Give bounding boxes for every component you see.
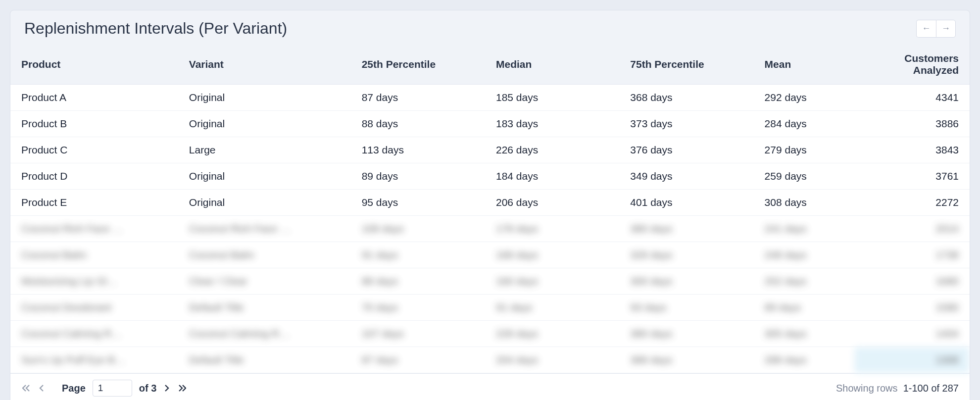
cell-customers: 1738 (854, 242, 970, 268)
cell-mean: 305 days (759, 321, 855, 347)
table-row[interactable]: Sun's Up Puff Eye B…Default Title87 days… (10, 347, 970, 373)
cell-p75: 93 days (624, 295, 758, 321)
cell-variant: Original (183, 85, 356, 111)
cell-mean: 288 days (759, 347, 855, 373)
cell-customers: 2014 (854, 216, 970, 242)
cell-product: Product C (10, 137, 183, 163)
cell-mean: 279 days (759, 137, 855, 163)
cell-product: Coconut Calming R… (10, 321, 183, 347)
cell-product: Product D (10, 163, 183, 190)
replenishment-table: Product Variant 25th Percentile Median 7… (10, 45, 970, 373)
first-page-button[interactable] (21, 384, 31, 393)
prev-page-button[interactable] (38, 384, 45, 393)
table-row[interactable]: Product DOriginal89 days184 days349 days… (10, 163, 970, 190)
cell-mean: 284 days (759, 111, 855, 137)
cell-mean: 259 days (759, 163, 855, 190)
table-row[interactable]: Product EOriginal95 days206 days401 days… (10, 190, 970, 216)
cell-p25: 107 days (356, 321, 490, 347)
col-header-variant[interactable]: Variant (183, 45, 356, 85)
col-header-p75[interactable]: 75th Percentile (624, 45, 758, 85)
of-label: of 3 (139, 383, 157, 394)
table-row[interactable]: Product BOriginal88 days183 days373 days… (10, 111, 970, 137)
cell-variant: Coconut Rich Face … (183, 216, 356, 242)
cell-product: Product A (10, 85, 183, 111)
table-row[interactable]: Coconut Rich Face …Coconut Rich Face …10… (10, 216, 970, 242)
cell-median: 183 days (490, 111, 624, 137)
cell-p25: 88 days (356, 111, 490, 137)
cell-customers: 3843 (854, 137, 970, 163)
cell-variant: Original (183, 163, 356, 190)
cell-customers: 3886 (854, 111, 970, 137)
cell-variant: Default Title (183, 347, 356, 373)
cell-variant: Original (183, 190, 356, 216)
page-input[interactable] (93, 380, 132, 397)
cell-median: 168 days (490, 242, 624, 268)
cell-p75: 388 days (624, 347, 758, 373)
cell-variant: Coconut Balm (183, 242, 356, 268)
table-row[interactable]: Coconut Calming R…Coconut Calming R…107 … (10, 321, 970, 347)
cell-median: 206 days (490, 190, 624, 216)
cell-p25: 95 days (356, 190, 490, 216)
cell-variant: Default Title (183, 295, 356, 321)
cell-variant: Original (183, 111, 356, 137)
cell-mean: 89 days (759, 295, 855, 321)
cell-median: 204 days (490, 347, 624, 373)
cell-product: Sun's Up Puff Eye B… (10, 347, 183, 373)
replenishment-panel: Replenishment Intervals (Per Variant) ← … (10, 10, 970, 400)
cell-p25: 87 days (356, 85, 490, 111)
table-row[interactable]: Product CLarge113 days226 days376 days27… (10, 137, 970, 163)
cell-mean: 241 days (759, 216, 855, 242)
cell-median: 226 days (490, 137, 624, 163)
col-header-product[interactable]: Product (10, 45, 183, 85)
chevron-double-left-icon (22, 385, 30, 392)
col-header-customers[interactable]: Customers Analyzed (854, 45, 970, 85)
cell-p25: 113 days (356, 137, 490, 163)
cell-product: Product E (10, 190, 183, 216)
table-footer: Page of 3 Showing rows 1-100 of 287 (10, 373, 970, 400)
arrow-left-icon: ← (922, 23, 931, 34)
cell-customers: 1580 (854, 295, 970, 321)
table-row[interactable]: Product AOriginal87 days185 days368 days… (10, 85, 970, 111)
panel-title: Replenishment Intervals (Per Variant) (24, 19, 287, 38)
cell-p25: 87 days (356, 347, 490, 373)
col-header-median[interactable]: Median (490, 45, 624, 85)
cell-product: Coconut Rich Face … (10, 216, 183, 242)
page-label: Page (62, 383, 86, 394)
cell-p25: 108 days (356, 216, 490, 242)
cell-p75: 300 days (624, 268, 758, 295)
col-header-p25[interactable]: 25th Percentile (356, 45, 490, 85)
next-page-button[interactable] (163, 384, 170, 393)
cell-product: Moisturizing Lip Gl… (10, 268, 183, 295)
table-row[interactable]: Moisturizing Lip Gl…Clear / Clear88 days… (10, 268, 970, 295)
cell-customers: 2272 (854, 190, 970, 216)
cell-customers: 4341 (854, 85, 970, 111)
table-row[interactable]: Coconut BalmCoconut Balm91 days168 days3… (10, 242, 970, 268)
cell-customers: 1680 (854, 268, 970, 295)
paginator: Page of 3 (21, 380, 187, 397)
cell-p25: 88 days (356, 268, 490, 295)
showing-range: 1-100 of 287 (903, 383, 959, 394)
cell-p75: 373 days (624, 111, 758, 137)
scroll-left-button[interactable]: ← (916, 20, 936, 38)
cell-median: 228 days (490, 321, 624, 347)
cell-variant: Coconut Calming R… (183, 321, 356, 347)
nav-arrows: ← → (916, 20, 956, 38)
cell-product: Product B (10, 111, 183, 137)
cell-p25: 91 days (356, 242, 490, 268)
cell-p75: 368 days (624, 85, 758, 111)
last-page-button[interactable] (177, 384, 187, 393)
cell-median: 185 days (490, 85, 624, 111)
cell-p75: 380 days (624, 216, 758, 242)
arrow-right-icon: → (941, 23, 950, 34)
col-header-mean[interactable]: Mean (759, 45, 855, 85)
cell-p75: 380 days (624, 321, 758, 347)
cell-product: Coconut Deodorant (10, 295, 183, 321)
cell-median: 91 days (490, 295, 624, 321)
table-row[interactable]: Coconut DeodorantDefault Title70 days91 … (10, 295, 970, 321)
cell-mean: 308 days (759, 190, 855, 216)
panel-header: Replenishment Intervals (Per Variant) ← … (10, 10, 970, 45)
cell-p25: 89 days (356, 163, 490, 190)
cell-customers: 1308 (854, 347, 970, 373)
scroll-right-button[interactable]: → (936, 20, 956, 38)
table-wrapper: Product Variant 25th Percentile Median 7… (10, 45, 970, 400)
